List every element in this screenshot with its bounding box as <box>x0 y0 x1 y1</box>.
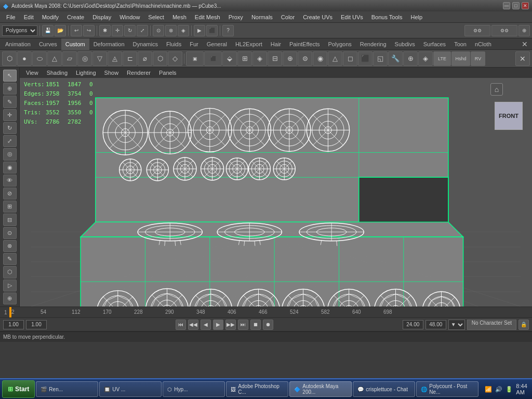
tool-paint[interactable]: ✎ <box>3 96 17 108</box>
icon-uv1[interactable]: LTE <box>433 51 451 66</box>
tb-magnet[interactable]: ⊗ <box>165 25 177 36</box>
taskbar-app-uv[interactable]: 🔲 UV ... <box>99 381 162 397</box>
btn-next-key[interactable]: ⏭ <box>238 320 248 330</box>
tb-constraint[interactable]: ◈ <box>178 25 189 36</box>
menu-select[interactable]: Select <box>144 13 168 21</box>
tool-rotate[interactable]: ↻ <box>3 122 17 134</box>
icon-extrude[interactable]: ▣ <box>186 51 204 66</box>
icon-platonic[interactable]: ◇ <box>168 51 182 66</box>
icon-pipe[interactable]: ⊏ <box>123 51 137 66</box>
tb-rotate[interactable]: ↻ <box>124 25 136 36</box>
tab-close[interactable]: ✕ <box>518 38 531 50</box>
icon-cube[interactable]: ⬡ <box>2 51 17 66</box>
tab-custom[interactable]: Custom <box>61 38 89 50</box>
range-dropdown[interactable]: ▼ <box>448 320 465 330</box>
icon-uv2[interactable]: Hshd <box>451 51 470 66</box>
tool-script[interactable]: ⬡ <box>3 266 17 278</box>
taskbar-app-maya[interactable]: 🔷 Autodesk Maya 200... <box>289 381 352 397</box>
taskbar-app-hyp[interactable]: ⬡ Hyp... <box>163 381 225 397</box>
menu-edituvs[interactable]: Edit UVs <box>337 13 367 21</box>
mode-select[interactable]: Polygons <box>2 25 37 36</box>
menu-display[interactable]: Display <box>88 13 115 21</box>
icon-sphere[interactable]: ● <box>17 51 32 66</box>
tb-right2[interactable]: ⚙⚙ <box>491 25 517 36</box>
vp-menu-show[interactable]: Show <box>101 70 122 76</box>
range-start[interactable] <box>403 320 423 329</box>
taskbar-app-ren[interactable]: 🎬 Ren... <box>36 381 98 397</box>
menu-bonustools[interactable]: Bonus Tools <box>367 13 407 21</box>
tb-right1[interactable]: ⚙⚙ <box>464 25 490 36</box>
tab-dynamics[interactable]: Dynamics <box>129 38 162 50</box>
tool-frame[interactable]: ⊞ <box>3 201 17 212</box>
tb-redo[interactable]: ↪ <box>83 25 95 36</box>
tb-scale[interactable]: ⤢ <box>137 25 148 36</box>
tab-surfaces[interactable]: Surfaces <box>419 38 450 50</box>
timeline[interactable]: 1 2 54 112 170 228 290 348 406 466 524 5… <box>0 307 532 318</box>
tab-hair[interactable]: Hair <box>267 38 285 50</box>
tab-rendering[interactable]: Rendering <box>356 38 391 50</box>
close-button[interactable]: ✕ <box>522 2 529 9</box>
icon-pyramid[interactable]: ◬ <box>108 51 122 66</box>
char-set-button[interactable]: No Character Set <box>467 320 516 330</box>
viewcube-front-face[interactable]: FRONT <box>495 102 523 130</box>
tool-scale[interactable]: ⤢ <box>3 135 17 147</box>
menu-modify[interactable]: Modify <box>38 13 63 21</box>
icon-quad[interactable]: ◻ <box>343 51 357 66</box>
icon-cone[interactable]: △ <box>47 51 62 66</box>
btn-step-back[interactable]: ◀◀ <box>188 320 198 330</box>
menu-editmesh[interactable]: Edit Mesh <box>191 13 224 21</box>
tb-right3[interactable]: ⊕ <box>518 25 530 36</box>
tb-render2[interactable]: ⬛ <box>206 25 218 36</box>
viewport[interactable]: View Shading Lighting Show Renderer Pane… <box>20 68 532 307</box>
menu-mesh[interactable]: Mesh <box>168 13 191 21</box>
icon-fill[interactable]: ⬛ <box>358 51 373 66</box>
icon-plane[interactable]: ▱ <box>62 51 77 66</box>
tb-select[interactable]: ✱ <box>99 25 111 36</box>
btn-stop[interactable]: ⏹ <box>250 320 261 330</box>
icon-bridge[interactable]: ⬛ <box>204 51 222 66</box>
maximize-button[interactable]: □ <box>512 2 520 9</box>
icon-prism[interactable]: ▽ <box>92 51 107 66</box>
btn-lock[interactable]: 🔒 <box>518 320 529 330</box>
tab-ncloth[interactable]: nCloth <box>471 38 496 50</box>
btn-play-fwd[interactable]: ▶▶ <box>225 320 236 330</box>
timeline-track[interactable]: 2 54 112 170 228 290 348 406 466 524 582… <box>9 307 530 318</box>
btn-play[interactable]: ▶ <box>213 320 223 330</box>
icon-cleanup[interactable]: 🔧 <box>388 51 403 66</box>
menu-file[interactable]: File <box>2 13 20 21</box>
tab-subdivs[interactable]: Subdivs <box>391 38 419 50</box>
tool-move[interactable]: ✛ <box>3 109 17 121</box>
tool-soft[interactable]: ◉ <box>3 162 17 174</box>
taskbar-app-polycount[interactable]: 🌐 Polycount - Post Ne... <box>416 381 478 397</box>
icon-offset[interactable]: ⊜ <box>298 51 312 66</box>
tb-undo[interactable]: ↩ <box>71 25 82 36</box>
tb-snap[interactable]: ⊙ <box>153 25 164 36</box>
icon-uv3[interactable]: RV <box>471 51 485 66</box>
viewcube[interactable]: ⌂ FRONT <box>490 83 527 134</box>
taskbar-app-photoshop[interactable]: 🖼 Adobe Photoshop C... <box>226 381 288 397</box>
tab-toon[interactable]: Toon <box>450 38 471 50</box>
icon-smooth[interactable]: ◈ <box>252 51 267 66</box>
icon-torus[interactable]: ◎ <box>77 51 92 66</box>
start-button[interactable]: ⊞ Start <box>2 380 35 398</box>
menu-createuvs[interactable]: Create UVs <box>299 13 337 21</box>
btn-play-back[interactable]: ◀ <box>201 320 211 330</box>
vp-menu-view[interactable]: View <box>23 70 42 76</box>
vp-menu-panels[interactable]: Panels <box>156 70 180 76</box>
frame-current2[interactable] <box>26 320 47 329</box>
icon-bevel[interactable]: ⬙ <box>222 51 237 66</box>
tab-curves[interactable]: Curves <box>35 38 61 50</box>
tool-universal[interactable]: ◎ <box>3 148 17 160</box>
menu-help[interactable]: Help <box>407 13 427 21</box>
tb-move[interactable]: ✛ <box>112 25 123 36</box>
tb-render[interactable]: ▶ <box>194 25 205 36</box>
tool-extra[interactable]: ⊕ <box>3 292 17 304</box>
menu-window[interactable]: Window <box>115 13 144 21</box>
tool-measure[interactable]: ⊗ <box>3 240 17 252</box>
frame-current[interactable] <box>3 320 24 329</box>
tab-fur[interactable]: Fur <box>185 38 203 50</box>
viewcube-home[interactable]: ⌂ <box>490 83 503 96</box>
icon-split[interactable]: ⊟ <box>268 51 282 66</box>
tb-save[interactable]: 💾 <box>42 25 54 36</box>
tab-fluids[interactable]: Fluids <box>162 38 185 50</box>
